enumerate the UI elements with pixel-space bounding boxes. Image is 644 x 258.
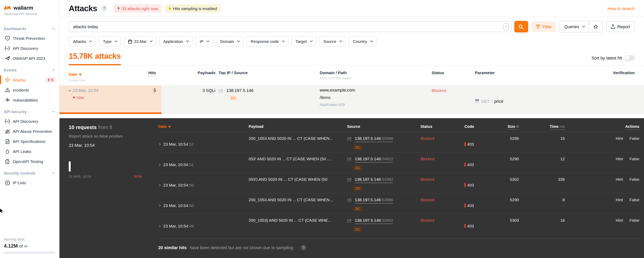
- sidebar-item[interactable]: API Leaks: [0, 146, 59, 156]
- search-box: /: [69, 21, 512, 32]
- hint-action[interactable]: Hint: [616, 156, 623, 161]
- sidebar-item-label: API Leaks: [13, 149, 31, 154]
- filter-chip[interactable]: 23 Mar: [124, 36, 156, 46]
- datacenter-badge[interactable]: DC: [353, 144, 362, 151]
- attack-hits: 5: [154, 88, 156, 114]
- section-header-security-controls[interactable]: Security controls: [0, 169, 59, 178]
- datacenter-badge[interactable]: DC: [353, 186, 362, 192]
- report-button[interactable]: Report: [606, 21, 635, 32]
- attack-row-selected[interactable]: 23 Mar, 10:54 now 5 3 SQLi US 138.197.5.…: [60, 85, 644, 114]
- filter-chip[interactable]: Target: [291, 36, 316, 46]
- filter-chip[interactable]: Response code: [246, 36, 288, 46]
- hit-row[interactable]: 23 Mar, 10:54:50 200_1053 AND 5020 IN ..…: [158, 193, 639, 214]
- filter-button[interactable]: Filter: [532, 21, 556, 32]
- sidebar-item[interactable]: API Specifications: [0, 136, 59, 146]
- hit-code: 403: [464, 214, 486, 234]
- nav-section-dashboards: Dashboards Threat Prevention API Discove…: [0, 24, 59, 63]
- section-label: Events: [4, 68, 16, 72]
- search-button[interactable]: [514, 21, 528, 32]
- error-code-bar-icon: [464, 142, 466, 146]
- hint-action[interactable]: Hint: [616, 197, 623, 202]
- attack-ip[interactable]: 138.197.5.146: [226, 88, 254, 93]
- live-attacks-badge[interactable]: 33 attacks right now: [114, 4, 162, 12]
- datacenter-badge[interactable]: DC: [229, 96, 238, 101]
- false-action[interactable]: False: [630, 156, 639, 161]
- sidebar: wallarm Advanced API Security Dashboards…: [0, 0, 60, 258]
- false-action[interactable]: False: [630, 218, 639, 222]
- col-verification: Verification: [594, 70, 635, 82]
- col-hits[interactable]: Hits: [148, 70, 156, 76]
- datacenter-badge[interactable]: DC: [353, 165, 362, 171]
- sidebar-item[interactable]: Vulnerabilities: [0, 95, 59, 105]
- section-header-dashboards[interactable]: Dashboards: [0, 24, 59, 33]
- collapse-chevron-icon[interactable]: [68, 89, 71, 91]
- sidebar-item[interactable]: IP IP Lists: [0, 178, 59, 188]
- sidebar-item[interactable]: Attacks 5: [0, 74, 59, 85]
- attacks-count-tab[interactable]: 15.78K attacks: [69, 52, 121, 65]
- hit-row[interactable]: 23 Mar, 10:54:49 200_1053) AND 5020 IN .…: [158, 214, 639, 234]
- chevron-down-icon: [186, 39, 189, 42]
- attack-parameter-cell: GET | price: [475, 85, 594, 114]
- col-date[interactable]: Date: [69, 72, 82, 76]
- sidebar-item[interactable]: API Discovery: [0, 116, 59, 126]
- col-time[interactable]: Time ms: [519, 124, 565, 128]
- chevron-down-icon: [237, 39, 240, 42]
- ip-icon: IP: [5, 180, 10, 186]
- section-header-events[interactable]: Events: [0, 66, 59, 74]
- queries-button[interactable]: Queries: [560, 21, 589, 32]
- attack-count-badge: 5: [45, 77, 55, 83]
- expand-chevron-icon[interactable]: [158, 143, 160, 146]
- sidebar-item[interactable]: API Abuse Prevention: [0, 126, 59, 136]
- sidebar-item[interactable]: API Discovery: [0, 43, 59, 53]
- similar-hits-count: 20 similar hits: [158, 245, 187, 250]
- false-action[interactable]: False: [630, 136, 639, 140]
- hint-action[interactable]: Hint: [616, 218, 623, 222]
- filter-chip[interactable]: Country: [349, 36, 377, 46]
- hit-row[interactable]: 23 Mar, 10:54:52 200_1053 AND 5020 IN ..…: [158, 132, 639, 152]
- help-icon[interactable]: ?: [101, 5, 107, 12]
- hits-table: Date Payload Source Status Code Size B T…: [158, 124, 639, 234]
- hit-status: Blocked: [420, 198, 434, 202]
- filter-chip[interactable]: Type: [99, 36, 122, 46]
- expand-chevron-icon[interactable]: [158, 184, 160, 186]
- col-size[interactable]: Size B: [486, 124, 519, 128]
- col-date[interactable]: Date: [158, 124, 249, 128]
- expand-chevron-icon[interactable]: [158, 163, 160, 166]
- col-actions[interactable]: Actions: [565, 124, 639, 128]
- hint-action[interactable]: Hint: [616, 136, 623, 140]
- hit-row[interactable]: 23 Mar, 10:54:50 053') AND 5020 IN ... C…: [158, 173, 639, 193]
- sidebar-item[interactable]: Threat Prevention: [0, 33, 59, 43]
- false-action[interactable]: False: [630, 197, 639, 202]
- col-payloads: Payloads: [162, 70, 216, 82]
- filter-chip[interactable]: Application: [159, 36, 193, 46]
- attack-domain[interactable]: www.example.com: [320, 88, 432, 92]
- filter-chip[interactable]: IP: [196, 36, 213, 46]
- favorite-button[interactable]: [589, 21, 602, 32]
- sidebar-item[interactable]: OWASP API 2023: [0, 53, 59, 63]
- filter-chip[interactable]: Attacks: [69, 36, 96, 46]
- section-header-api-security[interactable]: API Security: [0, 107, 59, 116]
- sidebar-item-label: Attacks: [13, 78, 26, 82]
- attack-date-cell[interactable]: 23 Mar, 10:54 now 5: [60, 85, 162, 114]
- sidebar-item-label: OWASP API 2023: [13, 56, 45, 61]
- hint-action[interactable]: Hint: [616, 177, 623, 182]
- help-icon[interactable]: ?: [301, 245, 306, 250]
- document-icon: [5, 139, 10, 144]
- sidebar-item[interactable]: OpenAPI Testing: [0, 156, 59, 166]
- filter-chip[interactable]: Domain: [216, 36, 244, 46]
- false-action[interactable]: False: [630, 177, 639, 182]
- expand-chevron-icon[interactable]: [158, 204, 160, 207]
- filter-chip[interactable]: Source: [319, 36, 346, 46]
- sort-toggle[interactable]: [625, 55, 635, 61]
- expand-chevron-icon[interactable]: [158, 224, 160, 227]
- sidebar-item[interactable]: Incidents: [0, 85, 59, 95]
- datacenter-badge[interactable]: DC: [353, 206, 362, 212]
- search-input[interactable]: [73, 24, 501, 29]
- report-false-positive-link[interactable]: Report attack as false positive: [69, 134, 158, 138]
- hit-source: US 138.197.5.146:55696 DC: [347, 132, 420, 152]
- sidebar-item-label: IP Lists: [13, 180, 26, 185]
- datacenter-badge[interactable]: DC: [353, 226, 362, 232]
- how-to-search-link[interactable]: How to search: [608, 6, 635, 10]
- hit-date: 23 Mar, 10:54: [163, 224, 188, 228]
- hit-row[interactable]: 23 Mar, 10:54:51 053' AND 5020 IN ... CT…: [158, 152, 639, 173]
